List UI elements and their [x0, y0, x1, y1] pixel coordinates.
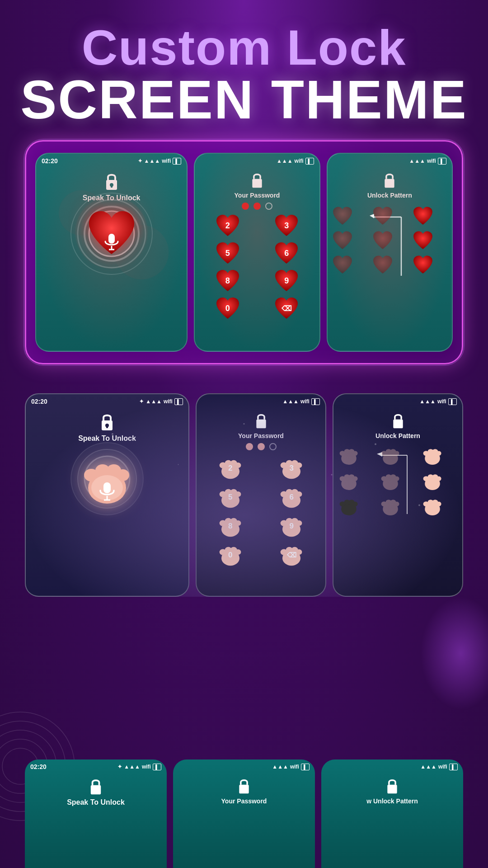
paw-node-5	[379, 469, 402, 491]
teal-lock-icon-pattern	[384, 777, 400, 795]
status-bar-teal-pattern: 02:20 ▲▲▲ wifi ▌	[321, 760, 463, 772]
teal-pattern-title: w Unlock Pattern	[366, 797, 418, 805]
pattern-node-5	[371, 230, 394, 251]
svg-point-126	[352, 502, 357, 506]
teal-speak-phone: 02:20 ✦ ▲▲▲ wifi ▌ Speak To Unlock	[25, 760, 167, 868]
status-bar-teal: 02:20 ✦ ▲▲▲ wifi ▌	[25, 760, 167, 772]
paw-node-2	[379, 444, 402, 466]
teal-theme-group: 02:20 ✦ ▲▲▲ wifi ▌ Speak To Unlock 02:20…	[25, 760, 463, 868]
heart-mic-button[interactable]	[36, 209, 187, 259]
svg-point-106	[436, 451, 441, 456]
teal-lock-icon-pwd	[236, 777, 252, 795]
svg-rect-138	[239, 785, 249, 794]
key-5-label: 5	[225, 249, 230, 258]
pattern-node-1	[331, 206, 354, 226]
pattern-node-7	[331, 255, 354, 275]
teal-lock-pattern: w Unlock Pattern	[321, 772, 463, 805]
pattern-node-3	[412, 206, 434, 226]
paw-pattern-nodes	[337, 444, 459, 516]
teal-pwd-phone: 02:20 ▲▲▲ wifi ▌ Your Password	[173, 760, 315, 868]
title-section: Custom Lock SCREEN THEME	[0, 14, 488, 136]
svg-point-121	[436, 476, 441, 481]
paw-theme-group: 02:20 ✦ ▲▲▲ wifi ▌ Speak To Unlock	[25, 393, 463, 597]
svg-point-101	[394, 451, 399, 456]
teal-pwd-title: Your Password	[221, 797, 267, 805]
key-6-label: 6	[284, 249, 289, 258]
key-9-label: 9	[284, 276, 289, 286]
pattern-node-2	[371, 206, 394, 226]
teal-icons-pwd: ▲▲▲ wifi ▌	[272, 764, 310, 770]
paw-pattern-grid	[333, 439, 462, 516]
teal-time: 02:20	[30, 763, 47, 770]
key-del-label: ⌫	[282, 304, 292, 313]
teal-battery: ▌	[153, 764, 161, 770]
paw-icon	[78, 452, 136, 506]
heart-pattern-phone: 02:20 ▲▲▲ wifi ▌ Unlock Pattern	[327, 153, 453, 352]
svg-point-136	[436, 502, 441, 506]
pattern-node-6	[412, 230, 434, 251]
teal-icons-pattern: ▲▲▲ wifi ▌	[420, 764, 458, 770]
paw-node-7-dark	[337, 495, 361, 516]
teal-wifi-pwd: wifi	[290, 764, 299, 770]
teal-signal: ▲▲▲	[124, 764, 140, 770]
svg-point-116	[394, 476, 399, 481]
heart-theme-group: 02:20 ✦ ▲▲▲ wifi ▌ Speak To Unlock	[25, 140, 463, 364]
paw-node-4	[337, 469, 361, 491]
teal-battery-pwd: ▌	[301, 764, 310, 770]
key-2-label: 2	[225, 221, 230, 231]
pattern-nodes	[331, 206, 448, 275]
status-bar-teal-pwd: 02:20 ▲▲▲ wifi ▌	[173, 760, 315, 772]
teal-signal-pattern: ▲▲▲	[420, 764, 436, 770]
teal-lock-section: Speak To Unlock	[25, 772, 167, 807]
teal-bluetooth: ✦	[117, 764, 122, 770]
paw-node-1	[337, 444, 361, 466]
teal-status-icons: ✦ ▲▲▲ wifi ▌	[117, 764, 161, 770]
heart-pattern-grid	[328, 199, 452, 275]
teal-lock-pwd: Your Password	[173, 772, 315, 805]
teal-signal-pwd: ▲▲▲	[272, 764, 288, 770]
heart-icon	[84, 209, 139, 259]
svg-rect-15	[108, 234, 115, 244]
teal-pattern-phone: 02:20 ▲▲▲ wifi ▌ w Unlock Pattern	[321, 760, 463, 868]
svg-rect-137	[91, 785, 101, 795]
flower-bg-pwd	[195, 154, 319, 351]
svg-rect-139	[387, 785, 397, 794]
pattern-node-8	[371, 255, 394, 275]
svg-point-131	[394, 502, 399, 506]
pattern-node-4	[331, 230, 354, 251]
svg-point-96	[352, 451, 357, 456]
paw-node-3	[421, 444, 444, 466]
title-line2: SCREEN THEME	[9, 72, 479, 127]
teal-battery-pattern: ▌	[449, 764, 458, 770]
heart-pwd-phone: 02:20 ▲▲▲ wifi ▌ Your Password	[194, 153, 320, 352]
heart-speak-phone: 02:20 ✦ ▲▲▲ wifi ▌ Speak To Unlock	[35, 153, 188, 352]
key-8-label: 8	[225, 276, 230, 286]
svg-rect-43	[103, 482, 111, 493]
key-0-label: 0	[225, 304, 230, 313]
pattern-node-9	[412, 255, 434, 275]
teal-wifi: wifi	[142, 764, 151, 770]
paw-node-9	[421, 495, 444, 516]
teal-speak-title: Speak To Unlock	[67, 798, 125, 807]
svg-point-111	[352, 476, 357, 481]
key-3-label: 3	[284, 221, 289, 231]
paw-node-8	[379, 495, 402, 516]
teal-lock-icon	[87, 777, 104, 796]
title-line1: Custom Lock	[9, 23, 479, 72]
paw-node-6	[421, 469, 444, 491]
paw-pattern-phone: 02:20 ▲▲▲ wifi ▌ Unlock Pattern	[333, 393, 463, 597]
teal-wifi-pattern: wifi	[438, 764, 447, 770]
